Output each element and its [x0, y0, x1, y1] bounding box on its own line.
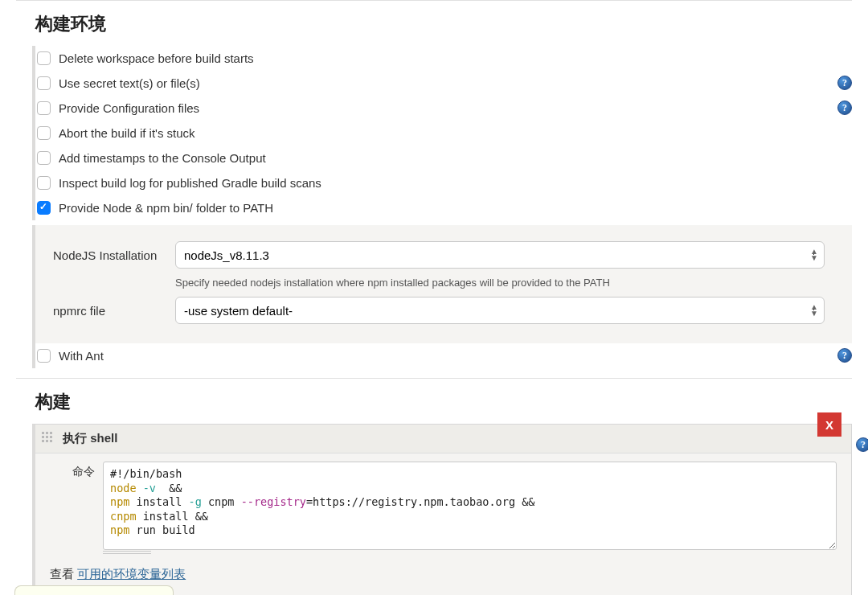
opt-label: Add timestamps to the Console Output	[59, 151, 266, 165]
delete-step-button[interactable]: X	[817, 412, 841, 437]
checkbox-delete-workspace[interactable]	[37, 51, 51, 65]
opt-gradle-scans[interactable]: Inspect build log for published Gradle b…	[35, 170, 852, 195]
resize-grip-icon[interactable]	[103, 551, 151, 554]
nodejs-install-select[interactable]: nodeJs_v8.11.3	[175, 241, 825, 269]
opt-label: Provide Node & npm bin/ folder to PATH	[59, 201, 273, 215]
env-vars-link[interactable]: 可用的环境变量列表	[77, 567, 186, 581]
section-build-env-title: 构建环境	[35, 12, 852, 36]
nodejs-install-label: NodeJS Installation	[53, 248, 175, 262]
opt-label: With Ant	[59, 349, 104, 363]
command-label: 命令	[50, 462, 103, 479]
nodejs-config-panel: NodeJS Installation nodeJs_v8.11.3 ▲▼ Sp…	[32, 225, 852, 343]
command-textarea[interactable]: #!/bin/bash node -v && npm install -g cn…	[103, 462, 837, 550]
checkbox-abort-stuck[interactable]	[37, 126, 51, 140]
env-vars-prefix: 查看	[50, 567, 77, 581]
opt-label: Provide Configuration files	[59, 101, 199, 115]
help-icon[interactable]: ?	[837, 101, 852, 115]
opt-abort-stuck[interactable]: Abort the build if it's stuck	[35, 121, 852, 146]
nodejs-install-hint: Specify needed nodejs installation where…	[175, 277, 825, 289]
npmrc-select[interactable]: -use system default-	[175, 297, 825, 324]
opt-provide-node[interactable]: Provide Node & npm bin/ folder to PATH	[35, 195, 852, 220]
opt-label: Delete workspace before build starts	[59, 51, 254, 65]
opt-delete-workspace[interactable]: Delete workspace before build starts	[35, 46, 852, 71]
step-header[interactable]: 执行 shell	[35, 425, 851, 453]
checkbox-timestamps[interactable]	[37, 151, 51, 165]
checkbox-provide-config[interactable]	[37, 101, 51, 115]
build-env-options: Delete workspace before build starts Use…	[32, 46, 852, 220]
help-icon[interactable]: ?	[837, 76, 852, 90]
checkbox-provide-node[interactable]	[37, 201, 51, 215]
opt-label: Abort the build if it's stuck	[59, 126, 195, 140]
opt-timestamps[interactable]: Add timestamps to the Console Output	[35, 146, 852, 170]
opt-label: Inspect build log for published Gradle b…	[59, 176, 321, 190]
checkbox-use-secret[interactable]	[37, 76, 51, 90]
opt-provide-config[interactable]: Provide Configuration files ?	[35, 96, 852, 121]
drag-handle-icon[interactable]	[42, 432, 56, 446]
opt-with-ant[interactable]: With Ant ?	[35, 343, 852, 368]
checkbox-gradle-scans[interactable]	[37, 176, 51, 190]
opt-label: Use secret text(s) or file(s)	[59, 76, 200, 90]
step-title: 执行 shell	[63, 425, 117, 453]
build-step-execute-shell: X ? 执行 shell 命令 #!/bin/bash node -v && n…	[32, 424, 852, 595]
npmrc-label: npmrc file	[53, 304, 175, 318]
help-icon[interactable]: ?	[856, 437, 868, 452]
section-build-title: 构建	[35, 390, 852, 414]
build-env-options-2: With Ant ?	[32, 343, 852, 368]
bottom-tab[interactable]	[14, 585, 174, 595]
opt-use-secret[interactable]: Use secret text(s) or file(s) ?	[35, 71, 852, 96]
checkbox-with-ant[interactable]	[37, 349, 51, 363]
help-icon[interactable]: ?	[837, 348, 852, 363]
